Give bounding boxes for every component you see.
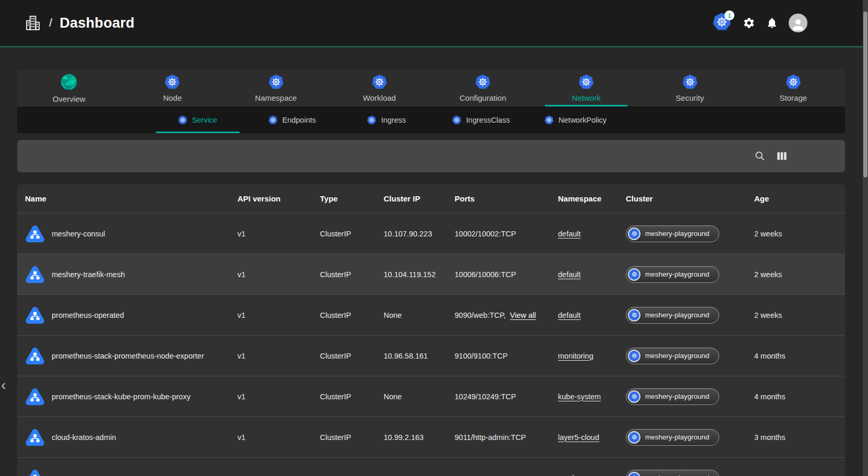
namespace-link[interactable]: kube-system <box>558 392 601 401</box>
column-header-api-version[interactable]: API version <box>237 194 320 203</box>
kubernetes-icon <box>452 115 461 125</box>
service-name: cloud-kratos-admin <box>52 433 116 442</box>
kubernetes-icon <box>628 472 640 476</box>
service-name: prometheus-operated <box>52 311 124 319</box>
tab-label: Namespace <box>255 93 297 102</box>
kubernetes-icon <box>268 74 284 90</box>
cluster-ip: None <box>384 392 455 401</box>
tab-workload[interactable]: Workload <box>328 69 431 106</box>
tab-network[interactable]: Network <box>534 69 638 106</box>
user-avatar[interactable] <box>789 14 807 32</box>
service-icon <box>25 224 45 244</box>
api-version: v1 <box>237 433 320 442</box>
tab-node[interactable]: Node <box>121 69 224 106</box>
namespace-link[interactable]: meshery- <box>558 474 589 476</box>
chevron-left-icon[interactable]: ‹ <box>1 378 6 392</box>
namespace-link[interactable]: monitoring <box>558 352 593 360</box>
column-header-cluster[interactable]: Cluster <box>626 194 754 203</box>
subtab-ingressclass[interactable]: IngressClass <box>434 106 528 133</box>
scrollbar-thumb[interactable] <box>863 11 867 177</box>
tab-namespace[interactable]: Namespace <box>224 69 328 106</box>
service-name: meshery-consul <box>52 230 105 238</box>
table-row[interactable]: prometheus-stack-prometheus-node-exporte… <box>17 335 845 376</box>
table-row[interactable]: prometheus-operated v1 ClusterIP None 90… <box>17 294 845 335</box>
network-subtabs: Service Endpoints Ingress IngressClass N… <box>17 106 845 133</box>
scrollbar-track[interactable] <box>863 0 868 476</box>
subtab-label: NetworkPolicy <box>558 116 607 124</box>
settings-gear-icon[interactable] <box>743 17 755 29</box>
cluster-chip[interactable]: meshery-playground <box>626 225 719 242</box>
kubernetes-icon <box>628 228 640 240</box>
ports: 10249/10249:TCP <box>455 392 558 401</box>
column-header-namespace[interactable]: Namespace <box>558 194 626 203</box>
subtab-service[interactable]: Service <box>150 106 245 133</box>
search-icon[interactable] <box>754 150 766 162</box>
api-version: v1 <box>237 270 320 279</box>
age: 3 months <box>754 433 845 442</box>
service-name: prometheus-stack-kube-prom-kube-proxy <box>52 392 191 401</box>
kubernetes-icon <box>268 115 278 125</box>
namespace-link[interactable]: default <box>558 311 581 319</box>
age: 2 weeks <box>754 270 845 279</box>
api-version: v1 <box>237 352 320 360</box>
tab-security[interactable]: Security <box>638 69 742 106</box>
kubernetes-icon <box>628 268 640 281</box>
view-columns-icon[interactable] <box>776 150 788 162</box>
header-actions: 1 <box>712 13 868 33</box>
kubernetes-icon <box>628 431 640 444</box>
subtab-networkpolicy[interactable]: NetworkPolicy <box>528 106 623 133</box>
cluster-chip[interactable]: meshery-playground <box>626 307 719 324</box>
cluster-chip[interactable]: meshery-playground <box>626 388 719 405</box>
service-type: ClusterIP <box>320 311 384 319</box>
kubernetes-icon <box>628 350 640 362</box>
service-type: ClusterIP <box>320 230 384 238</box>
api-version: v1 <box>237 392 320 401</box>
tab-label: Workload <box>363 93 396 102</box>
view-all-link[interactable]: View all <box>510 311 536 319</box>
kubernetes-icon <box>628 390 640 403</box>
ports: 9011/http-admin:TCP <box>455 433 558 442</box>
table-row[interactable]: prometheus-stack-kube-prom-kube-proxy v1… <box>17 376 845 416</box>
column-header-name[interactable]: Name <box>17 194 237 203</box>
kubernetes-icon <box>475 74 491 90</box>
column-header-age[interactable]: Age <box>754 194 845 203</box>
service-icon <box>25 346 45 366</box>
column-header-ports[interactable]: Ports <box>455 194 558 203</box>
kubernetes-icon <box>178 115 187 125</box>
subtab-endpoints[interactable]: Endpoints <box>245 106 339 133</box>
service-name: prometheus-stack-prometheus-node-exporte… <box>52 352 204 360</box>
namespace-link[interactable]: layer5-cloud <box>558 433 599 442</box>
service-icon <box>25 468 45 476</box>
cluster-ip: 10.107.90.223 <box>384 230 455 238</box>
table-row[interactable]: meshery-traefik-mesh v1 ClusterIP 10.104… <box>17 254 845 294</box>
table-row[interactable]: meshery- meshery-playground <box>17 457 845 476</box>
subtab-ingress[interactable]: Ingress <box>339 106 434 133</box>
cluster-chip[interactable]: meshery-playground <box>626 348 719 364</box>
organization-building-icon[interactable] <box>24 14 42 32</box>
kubernetes-icon <box>372 74 387 90</box>
namespace-link[interactable]: default <box>558 270 581 279</box>
column-header-cluster-ip[interactable]: Cluster IP <box>384 194 455 203</box>
resource-tabs: Overview Node Namespace Workload Configu… <box>17 69 845 106</box>
ports: 9100/9100:TCP <box>455 352 558 360</box>
service-type: ClusterIP <box>320 392 384 401</box>
tab-label: Network <box>572 93 601 102</box>
table-row[interactable]: cloud-kratos-admin v1 ClusterIP 10.99.2.… <box>17 416 845 457</box>
page-title: Dashboard <box>60 15 135 31</box>
cluster-chip[interactable]: meshery-playground <box>626 470 719 476</box>
tab-storage[interactable]: Storage <box>742 69 845 106</box>
namespace-link[interactable]: default <box>558 230 581 238</box>
tab-label: Overview <box>53 94 86 103</box>
tab-overview[interactable]: Overview <box>17 69 121 106</box>
cluster-chip[interactable]: meshery-playground <box>626 429 719 446</box>
table-row[interactable]: meshery-consul v1 ClusterIP 10.107.90.22… <box>17 213 845 254</box>
column-header-type[interactable]: Type <box>320 194 384 203</box>
tab-configuration[interactable]: Configuration <box>431 69 534 106</box>
kubernetes-context-button[interactable]: 1 <box>712 13 732 33</box>
cluster-chip[interactable]: meshery-playground <box>626 266 719 283</box>
notifications-bell-icon[interactable] <box>766 17 778 29</box>
age: 4 months <box>754 392 845 401</box>
cluster-ip: 10.96.58.161 <box>384 352 455 360</box>
tab-label: Configuration <box>460 93 506 102</box>
service-icon <box>25 305 45 325</box>
